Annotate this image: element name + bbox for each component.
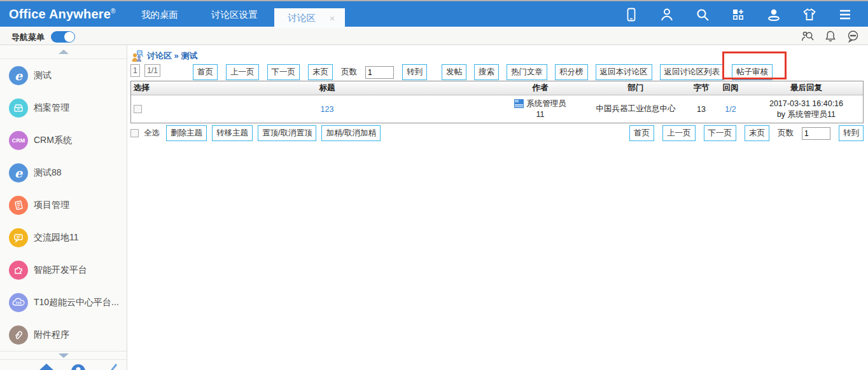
sidebar-item-test88[interactable]: e 测试88 xyxy=(0,156,127,189)
author-cell: 系统管理员 11 xyxy=(514,99,566,120)
toggle-knob xyxy=(64,32,74,42)
mobile-icon[interactable] xyxy=(613,7,649,22)
bell-icon[interactable] xyxy=(823,30,837,43)
first-page-button[interactable]: 首页 xyxy=(193,64,218,80)
sidebar-item-attachments[interactable]: 附件程序 xyxy=(0,319,127,351)
last-page-button[interactable]: 末页 xyxy=(308,64,333,80)
theme-shirt-icon[interactable] xyxy=(792,7,827,22)
tab-forum-settings[interactable]: 讨论区设置 xyxy=(195,1,274,28)
find-user-icon[interactable] xyxy=(801,30,815,43)
col-header-select: 选择 xyxy=(131,81,155,95)
hot-articles-button[interactable]: 热门文章 xyxy=(507,64,547,80)
sidebar-item-label: 附件程序 xyxy=(34,329,69,341)
sidebar-item-archive[interactable]: 档案管理 xyxy=(0,92,127,124)
sidebar-scroll-up[interactable] xyxy=(0,45,127,59)
page-count-label: 页数 xyxy=(341,67,357,78)
top-pager: 首页 上一页 下一页 末页 页数 转到 xyxy=(193,64,427,80)
sidebar-scroll-down[interactable] xyxy=(0,351,127,360)
menu-icon[interactable] xyxy=(827,7,863,22)
home-icon[interactable] xyxy=(37,362,56,370)
sidebar-item-dev-platform[interactable]: 智能开发平台 xyxy=(0,254,127,286)
last-reply-cell: 2017-03-31 16:40:16 by 系统管理员11 xyxy=(769,99,843,120)
col-header-department: 部门 xyxy=(582,81,690,95)
chevron-down-icon xyxy=(59,353,69,358)
breadcrumb: 讨论区 » 测试 xyxy=(131,50,197,62)
nav-menu-toggle[interactable] xyxy=(51,31,75,43)
sidebar-item-label: 智能开发平台 xyxy=(34,264,87,276)
next-page-button[interactable]: 下一页 xyxy=(704,125,737,141)
row-checkbox[interactable] xyxy=(134,105,142,113)
move-topic-button[interactable]: 转移主题 xyxy=(212,125,253,141)
feature-topic-button[interactable]: 加精/取消加精 xyxy=(321,125,380,141)
cloud-icon: T10 xyxy=(9,293,28,312)
svg-text:T10: T10 xyxy=(15,301,22,305)
crm-icon: CRM xyxy=(9,131,28,150)
tab-my-desktop[interactable]: 我的桌面 xyxy=(125,1,195,28)
prev-page-button[interactable]: 上一页 xyxy=(226,64,259,80)
main-content: 讨论区 » 测试 1 1/1 首页 上一页 下一页 末页 页数 转到 发帖 搜索… xyxy=(128,45,868,370)
page-range-box: 1/1 xyxy=(144,64,160,77)
sidebar-item-label: T10超能云中心平台... xyxy=(34,297,119,308)
search-posts-button[interactable]: 搜索 xyxy=(474,64,499,80)
post-title-link[interactable]: 123 xyxy=(321,105,334,114)
back-to-forum-list-button[interactable]: 返回讨论区列表 xyxy=(660,64,725,80)
contacts-icon[interactable] xyxy=(756,7,792,22)
bytes-value: 13 xyxy=(697,105,706,114)
score-board-button[interactable]: 积分榜 xyxy=(555,64,588,80)
author-name-line2: 11 xyxy=(536,109,545,120)
sidebar-item-test[interactable]: e 测试 xyxy=(0,59,127,92)
sidebar-item-t10-cloud[interactable]: T10 T10超能云中心平台... xyxy=(0,286,127,319)
sidebar-item-label: 测试88 xyxy=(34,167,62,179)
tab-forum[interactable]: 讨论区 × xyxy=(274,8,346,28)
table-header-row: 选择 标题 作者 部门 字节 回阅 最后回复 xyxy=(131,81,863,95)
go-to-page-button[interactable]: 转到 xyxy=(402,64,427,80)
author-name[interactable]: 系统管理员 xyxy=(526,99,566,109)
search-icon[interactable] xyxy=(685,7,720,22)
page-number-input[interactable] xyxy=(802,127,830,140)
bottom-pager: 首页 上一页 下一页 末页 页数 转到 xyxy=(629,125,864,141)
sidebar-item-label: 测试 xyxy=(34,70,52,81)
sidebar-item-project[interactable]: 项目管理 xyxy=(0,189,127,221)
next-page-button[interactable]: 下一页 xyxy=(267,64,300,80)
app-header: Office Anywhere® 我的桌面 讨论区设置 讨论区 × xyxy=(0,0,868,27)
user-icon[interactable] xyxy=(649,7,685,22)
tab-close-icon[interactable]: × xyxy=(330,14,335,23)
sidebar-item-crm[interactable]: CRM CRM系统 xyxy=(0,124,127,156)
project-icon xyxy=(9,196,28,215)
delete-topic-button[interactable]: 删除主题 xyxy=(166,125,207,141)
replies-link[interactable]: 1/2 xyxy=(725,105,736,114)
archive-icon xyxy=(9,99,28,118)
bulk-actions: 全选 删除主题 转移主题 置顶/取消置顶 加精/取消加精 xyxy=(130,125,381,141)
posts-table: 选择 标题 作者 部门 字节 回阅 最后回复 123 系统管理员 11 中国兵器… xyxy=(130,81,864,123)
col-header-author: 作者 xyxy=(499,81,582,95)
author-badge-icon xyxy=(514,99,524,108)
ie-icon: e xyxy=(9,66,28,85)
annotation-highlight-box xyxy=(722,51,787,79)
chat-ellipsis-icon[interactable] xyxy=(846,30,860,43)
select-all-checkbox[interactable] xyxy=(130,129,139,137)
sidebar-item-label: 交流园地11 xyxy=(34,232,79,243)
last-reply-by: by 系统管理员11 xyxy=(769,109,843,120)
go-to-page-button[interactable]: 转到 xyxy=(839,125,864,141)
pin-topic-button[interactable]: 置顶/取消置顶 xyxy=(258,125,316,141)
tab-bar: 我的桌面 讨论区设置 讨论区 × xyxy=(125,1,345,28)
back-to-forum-button[interactable]: 返回本讨论区 xyxy=(596,64,652,80)
breadcrumb-path[interactable]: 讨论区 » 测试 xyxy=(147,50,197,62)
chat-icon xyxy=(9,228,28,247)
prev-page-button[interactable]: 上一页 xyxy=(662,125,696,141)
header-icon-bar xyxy=(613,1,863,28)
sidebar-dock-row xyxy=(0,360,127,370)
pencil-icon[interactable] xyxy=(103,362,120,370)
paperclip-icon xyxy=(9,325,28,345)
apps-icon[interactable] xyxy=(720,7,756,22)
puzzle-icon xyxy=(9,261,28,280)
sidebar-item-forum-garden[interactable]: 交流园地11 xyxy=(0,221,127,254)
cloud-app-icon[interactable] xyxy=(69,362,88,370)
new-post-button[interactable]: 发帖 xyxy=(442,64,466,80)
app-logo: Office Anywhere® xyxy=(9,7,116,22)
first-page-button[interactable]: 首页 xyxy=(629,125,654,141)
forum-people-icon xyxy=(131,50,144,62)
last-page-button[interactable]: 末页 xyxy=(745,125,769,141)
page-number-input[interactable] xyxy=(365,66,394,79)
sidebar-item-label: CRM系统 xyxy=(34,135,72,146)
